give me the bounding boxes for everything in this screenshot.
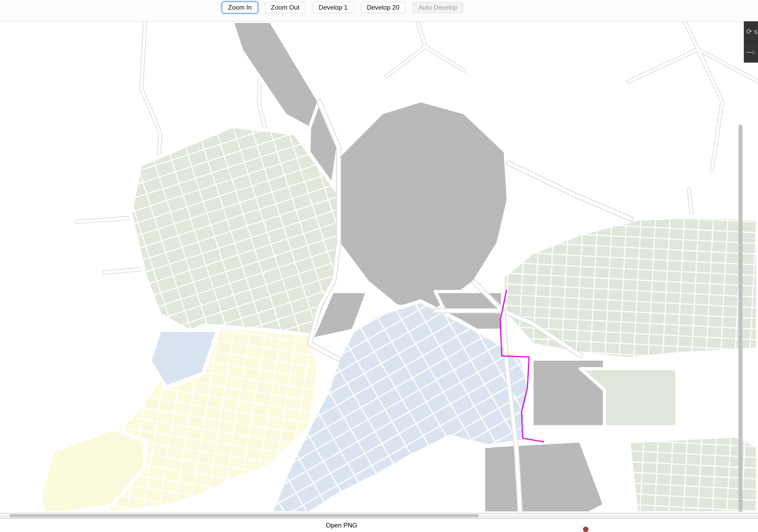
zoom-out-button[interactable]: Zoom Out	[265, 2, 306, 13]
toolbar: Zoom In Zoom Out Develop 1 Develop 20 Au…	[0, 0, 758, 21]
sync-icon[interactable]: ⟳ s	[744, 21, 758, 42]
horizontal-scrollbar-track	[0, 513, 758, 518]
open-png-button[interactable]: Open PNG	[324, 521, 359, 529]
red-indicator	[583, 527, 588, 532]
auto-develop-button: Auto Develop	[412, 2, 463, 13]
bottom-bar: Open PNG	[0, 518, 758, 532]
toolbar-button-group: Zoom In Zoom Out Develop 1 Develop 20 Au…	[222, 2, 463, 13]
vertical-scrollbar[interactable]	[739, 124, 742, 512]
city-map-canvas[interactable]	[0, 21, 758, 513]
app-window: Zoom In Zoom Out Develop 1 Develop 20 Au…	[0, 0, 758, 532]
map-canvas-container: ⟳ s ─○	[0, 21, 758, 513]
zoom-in-button[interactable]: Zoom In	[222, 2, 258, 13]
side-tool-panel: ⟳ s ─○	[744, 21, 758, 63]
slider-icon[interactable]: ─○	[744, 42, 758, 63]
develop-20-button[interactable]: Develop 20	[361, 2, 405, 13]
horizontal-scrollbar[interactable]	[10, 514, 479, 517]
develop-1-button[interactable]: Develop 1	[313, 2, 354, 13]
